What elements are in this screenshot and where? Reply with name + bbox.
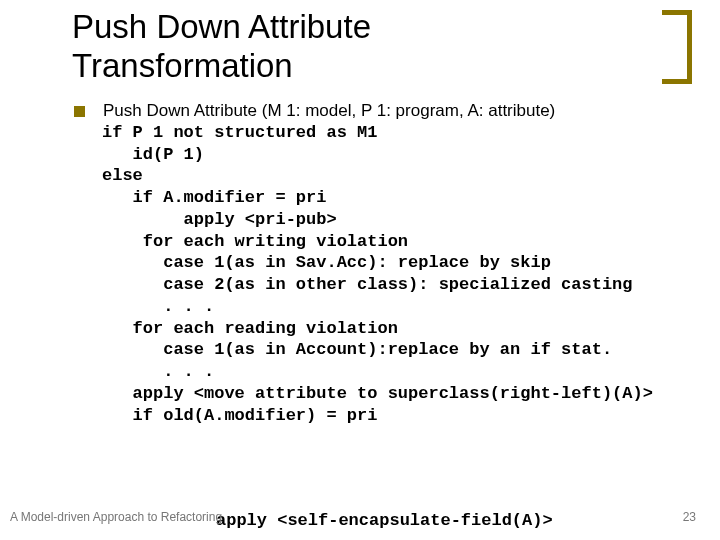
code-line: . . . xyxy=(102,297,214,316)
code-line: if A.modifier = pri xyxy=(102,188,326,207)
body: Push Down Attribute (M 1: model, P 1: pr… xyxy=(72,100,684,427)
title-line-2: Transformation xyxy=(72,47,293,84)
code-line: apply <pri-pub> xyxy=(102,210,337,229)
bullet-row: Push Down Attribute (M 1: model, P 1: pr… xyxy=(72,100,684,122)
footer-text: A Model-driven Approach to Refactoring xyxy=(10,510,222,524)
code-line: if old(A.modifier) = pri xyxy=(102,406,377,425)
code-line: else xyxy=(102,166,143,185)
title-block: Push Down Attribute Transformation xyxy=(72,8,684,92)
page-number: 23 xyxy=(683,510,696,524)
code-line: for each reading violation xyxy=(102,319,398,338)
title-line-1: Push Down Attribute xyxy=(72,8,371,45)
code-line: case 1(as in Sav.Acc): replace by skip xyxy=(102,253,551,272)
slide-title: Push Down Attribute Transformation xyxy=(72,8,684,86)
code-line: case 1(as in Account):replace by an if s… xyxy=(102,340,612,359)
signature-line: Push Down Attribute (M 1: model, P 1: pr… xyxy=(103,100,555,122)
code-line: . . . xyxy=(102,362,214,381)
code-line: if P 1 not structured as M1 xyxy=(102,123,377,142)
bracket-icon xyxy=(662,10,692,84)
code-block: if P 1 not structured as M1 id(P 1) else… xyxy=(102,122,684,427)
square-bullet-icon xyxy=(74,106,85,117)
slide: Push Down Attribute Transformation Push … xyxy=(0,0,720,540)
code-line: case 2(as in other class): specialized c… xyxy=(102,275,633,294)
code-line: for each writing violation xyxy=(102,232,408,251)
code-line: apply <move attribute to superclass(righ… xyxy=(102,384,653,403)
code-line: id(P 1) xyxy=(102,145,204,164)
code-line-last: apply <self-encapsulate-field(A)> xyxy=(216,511,553,530)
